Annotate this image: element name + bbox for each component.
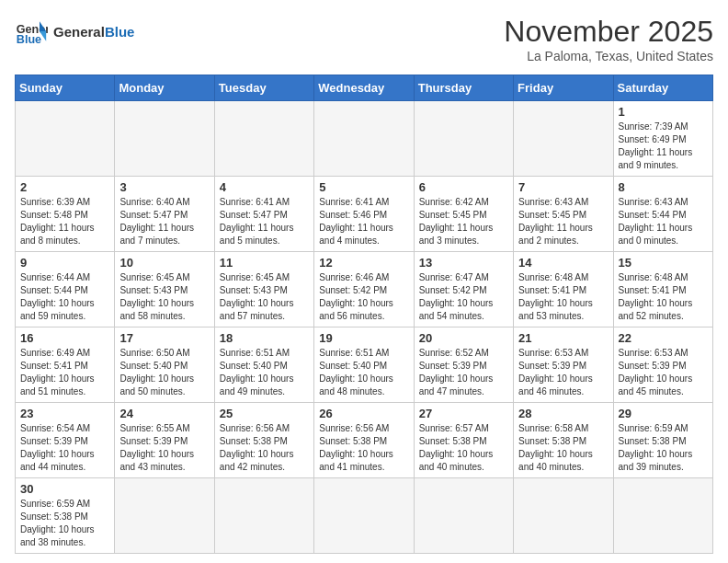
day-number: 6 xyxy=(419,180,508,194)
calendar-cell: 21Sunrise: 6:53 AM Sunset: 5:39 PM Dayli… xyxy=(514,327,613,403)
day-header-sunday: Sunday xyxy=(16,75,115,101)
day-info: Sunrise: 6:44 AM Sunset: 5:44 PM Dayligh… xyxy=(20,271,109,323)
day-info: Sunrise: 6:39 AM Sunset: 5:48 PM Dayligh… xyxy=(20,196,109,247)
day-number: 25 xyxy=(220,407,309,420)
day-number: 20 xyxy=(419,331,508,345)
svg-text:Blue: Blue xyxy=(17,33,41,46)
page-header: General Blue GeneralBlue November 2025 L… xyxy=(15,15,713,63)
day-number: 5 xyxy=(319,180,408,194)
calendar-cell: 12Sunrise: 6:46 AM Sunset: 5:42 PM Dayli… xyxy=(314,252,414,327)
day-number: 12 xyxy=(319,256,408,270)
day-number: 26 xyxy=(319,407,408,420)
logo-icon: General Blue xyxy=(15,15,48,48)
logo: General Blue GeneralBlue xyxy=(15,15,134,48)
calendar-cell xyxy=(115,478,214,554)
day-number: 22 xyxy=(619,331,708,345)
calendar-week-row: 16Sunrise: 6:49 AM Sunset: 5:41 PM Dayli… xyxy=(16,327,713,403)
day-number: 19 xyxy=(319,331,408,345)
calendar-week-row: 2Sunrise: 6:39 AM Sunset: 5:48 PM Daylig… xyxy=(16,177,713,252)
day-info: Sunrise: 6:58 AM Sunset: 5:38 PM Dayligh… xyxy=(518,422,608,474)
day-info: Sunrise: 6:56 AM Sunset: 5:38 PM Dayligh… xyxy=(319,422,408,474)
day-info: Sunrise: 6:59 AM Sunset: 5:38 PM Dayligh… xyxy=(619,422,708,474)
day-header-friday: Friday xyxy=(514,75,613,101)
calendar-cell: 29Sunrise: 6:59 AM Sunset: 5:38 PM Dayli… xyxy=(613,403,712,478)
calendar-cell xyxy=(613,478,712,554)
location: La Paloma, Texas, United States xyxy=(504,49,713,63)
day-info: Sunrise: 6:50 AM Sunset: 5:40 PM Dayligh… xyxy=(119,347,209,398)
title-block: November 2025 La Paloma, Texas, United S… xyxy=(504,15,713,63)
day-number: 23 xyxy=(20,407,109,420)
day-info: Sunrise: 6:48 AM Sunset: 5:41 PM Dayligh… xyxy=(518,271,608,323)
day-number: 14 xyxy=(518,256,608,270)
day-number: 30 xyxy=(20,482,109,496)
day-header-monday: Monday xyxy=(115,75,214,101)
day-number: 1 xyxy=(619,105,708,119)
calendar-cell: 25Sunrise: 6:56 AM Sunset: 5:38 PM Dayli… xyxy=(214,403,313,478)
day-number: 10 xyxy=(119,256,209,270)
calendar-cell xyxy=(314,478,414,554)
calendar-cell: 22Sunrise: 6:53 AM Sunset: 5:39 PM Dayli… xyxy=(613,327,712,403)
day-number: 17 xyxy=(119,331,209,345)
calendar-cell xyxy=(414,478,513,554)
day-info: Sunrise: 6:59 AM Sunset: 5:38 PM Dayligh… xyxy=(20,498,109,549)
day-header-tuesday: Tuesday xyxy=(214,75,313,101)
calendar: SundayMondayTuesdayWednesdayThursdayFrid… xyxy=(15,75,713,554)
calendar-cell: 5Sunrise: 6:41 AM Sunset: 5:46 PM Daylig… xyxy=(314,177,414,252)
calendar-cell: 28Sunrise: 6:58 AM Sunset: 5:38 PM Dayli… xyxy=(514,403,613,478)
day-number: 9 xyxy=(20,256,109,270)
calendar-cell: 27Sunrise: 6:57 AM Sunset: 5:38 PM Dayli… xyxy=(414,403,513,478)
calendar-cell xyxy=(314,101,414,177)
day-header-wednesday: Wednesday xyxy=(314,75,414,101)
day-number: 21 xyxy=(518,331,608,345)
day-info: Sunrise: 6:43 AM Sunset: 5:45 PM Dayligh… xyxy=(518,196,608,247)
day-number: 27 xyxy=(419,407,508,420)
day-number: 16 xyxy=(20,331,109,345)
day-info: Sunrise: 6:41 AM Sunset: 5:47 PM Dayligh… xyxy=(220,196,309,247)
calendar-cell xyxy=(514,478,613,554)
day-number: 18 xyxy=(220,331,309,345)
calendar-cell: 20Sunrise: 6:52 AM Sunset: 5:39 PM Dayli… xyxy=(414,327,513,403)
day-info: Sunrise: 6:56 AM Sunset: 5:38 PM Dayligh… xyxy=(220,422,309,474)
calendar-header-row: SundayMondayTuesdayWednesdayThursdayFrid… xyxy=(16,75,713,101)
day-header-saturday: Saturday xyxy=(613,75,712,101)
day-info: Sunrise: 6:54 AM Sunset: 5:39 PM Dayligh… xyxy=(20,422,109,474)
day-info: Sunrise: 6:43 AM Sunset: 5:44 PM Dayligh… xyxy=(619,196,708,247)
day-header-thursday: Thursday xyxy=(414,75,513,101)
calendar-cell: 3Sunrise: 6:40 AM Sunset: 5:47 PM Daylig… xyxy=(115,177,214,252)
day-info: Sunrise: 6:51 AM Sunset: 5:40 PM Dayligh… xyxy=(220,347,309,398)
calendar-cell: 17Sunrise: 6:50 AM Sunset: 5:40 PM Dayli… xyxy=(115,327,214,403)
calendar-cell xyxy=(214,478,313,554)
calendar-cell: 19Sunrise: 6:51 AM Sunset: 5:40 PM Dayli… xyxy=(314,327,414,403)
day-number: 8 xyxy=(619,180,708,194)
day-number: 11 xyxy=(220,256,309,270)
calendar-cell xyxy=(514,101,613,177)
day-info: Sunrise: 6:52 AM Sunset: 5:39 PM Dayligh… xyxy=(419,347,508,398)
day-info: Sunrise: 6:45 AM Sunset: 5:43 PM Dayligh… xyxy=(119,271,209,323)
calendar-week-row: 9Sunrise: 6:44 AM Sunset: 5:44 PM Daylig… xyxy=(16,252,713,327)
calendar-cell xyxy=(214,101,313,177)
calendar-cell xyxy=(115,101,214,177)
calendar-cell: 23Sunrise: 6:54 AM Sunset: 5:39 PM Dayli… xyxy=(16,403,115,478)
day-number: 3 xyxy=(119,180,209,194)
day-number: 15 xyxy=(619,256,708,270)
calendar-cell: 18Sunrise: 6:51 AM Sunset: 5:40 PM Dayli… xyxy=(214,327,313,403)
day-info: Sunrise: 6:47 AM Sunset: 5:42 PM Dayligh… xyxy=(419,271,508,323)
calendar-cell: 13Sunrise: 6:47 AM Sunset: 5:42 PM Dayli… xyxy=(414,252,513,327)
calendar-cell: 2Sunrise: 6:39 AM Sunset: 5:48 PM Daylig… xyxy=(16,177,115,252)
day-number: 28 xyxy=(518,407,608,420)
calendar-cell xyxy=(16,101,115,177)
calendar-cell: 16Sunrise: 6:49 AM Sunset: 5:41 PM Dayli… xyxy=(16,327,115,403)
calendar-cell: 14Sunrise: 6:48 AM Sunset: 5:41 PM Dayli… xyxy=(514,252,613,327)
calendar-cell: 30Sunrise: 6:59 AM Sunset: 5:38 PM Dayli… xyxy=(16,478,115,554)
day-info: Sunrise: 6:55 AM Sunset: 5:39 PM Dayligh… xyxy=(119,422,209,474)
month-title: November 2025 xyxy=(504,15,713,49)
calendar-week-row: 23Sunrise: 6:54 AM Sunset: 5:39 PM Dayli… xyxy=(16,403,713,478)
day-number: 24 xyxy=(119,407,209,420)
day-number: 7 xyxy=(518,180,608,194)
day-info: Sunrise: 6:45 AM Sunset: 5:43 PM Dayligh… xyxy=(220,271,309,323)
day-info: Sunrise: 6:51 AM Sunset: 5:40 PM Dayligh… xyxy=(319,347,408,398)
calendar-week-row: 30Sunrise: 6:59 AM Sunset: 5:38 PM Dayli… xyxy=(16,478,713,554)
day-info: Sunrise: 6:41 AM Sunset: 5:46 PM Dayligh… xyxy=(319,196,408,247)
calendar-cell: 4Sunrise: 6:41 AM Sunset: 5:47 PM Daylig… xyxy=(214,177,313,252)
day-number: 13 xyxy=(419,256,508,270)
